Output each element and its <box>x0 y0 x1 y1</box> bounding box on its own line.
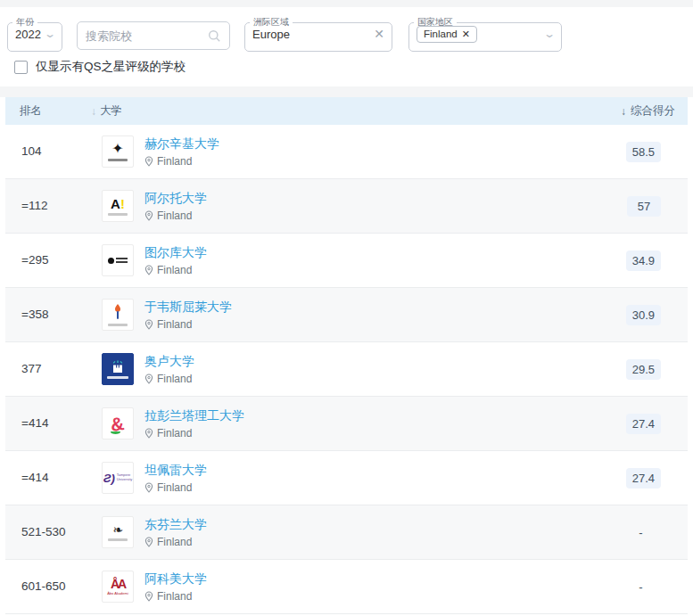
university-of-oulu-logo <box>102 353 134 385</box>
university-link[interactable]: 东芬兰大学 <box>144 517 207 533</box>
country-text: Finland <box>157 427 192 439</box>
university-link[interactable]: 阿科美大学 <box>144 571 207 587</box>
region-label: 洲际区域 <box>250 18 293 27</box>
ranking-table: 排名 ↓ 大学 ↓ 综合得分 104✦赫尔辛基大学Finland58.5=112… <box>5 97 688 616</box>
location-pin-icon <box>144 537 153 547</box>
university-cell: 奥卢大学Finland <box>144 354 194 385</box>
location: Finland <box>144 427 244 439</box>
tampere-emblem: Ƨ)TampereUniversity <box>103 472 133 484</box>
country-text: Finland <box>157 481 192 494</box>
search-icon <box>208 29 221 43</box>
university-cell: 赫尔辛基大学Finland <box>144 136 219 168</box>
qs-star-checkbox[interactable] <box>14 61 28 74</box>
location-pin-icon <box>144 374 153 384</box>
score-badge: 27.4 <box>626 414 661 434</box>
school-search <box>77 21 230 50</box>
location: Finland <box>144 373 194 385</box>
remove-country-icon[interactable]: ✕ <box>462 29 470 40</box>
score-cell: 58.5 <box>626 142 688 162</box>
rank-cell: 601-650 <box>5 578 102 595</box>
search-input[interactable] <box>86 29 208 43</box>
header-score[interactable]: ↓ 综合得分 <box>621 103 688 119</box>
score-cell: - <box>627 577 688 597</box>
university-cell: 阿科美大学Finland <box>144 571 207 603</box>
table-row: =112A!阿尔托大学Finland57 <box>5 179 688 234</box>
clear-region-icon[interactable]: ✕ <box>374 28 384 40</box>
score-badge: 58.5 <box>626 142 661 162</box>
helsinki-emblem: ✦ <box>111 142 123 156</box>
score-badge: 57 <box>627 196 661 217</box>
country-text: Finland <box>157 264 192 276</box>
year-value: 2022 <box>15 28 45 41</box>
rank-cell: 377 <box>5 360 102 378</box>
university-link[interactable]: 拉彭兰塔理工大学 <box>144 408 244 424</box>
chevron-down-icon: ⌄ <box>543 29 556 39</box>
location: Finland <box>144 481 207 494</box>
university-link[interactable]: 坦佩雷大学 <box>144 463 207 479</box>
score-badge: 27.4 <box>626 468 661 489</box>
chevron-down-icon: ⌄ <box>44 29 56 39</box>
university-cell: 坦佩雷大学Finland <box>144 463 207 494</box>
filter-bar: 年份 2022 ⌄ 洲际区域 Europe ✕ 国家地区 F <box>0 7 693 86</box>
aalto-university-logo: A! <box>102 190 134 222</box>
table-row: =414Ƨ)TampereUniversity坦佩雷大学Finland27.4 <box>5 451 688 505</box>
country-select[interactable]: 国家地区 Finland ✕ ⌄ <box>408 18 562 52</box>
sort-down-icon: ↓ <box>91 105 96 118</box>
qs-star-checkbox-label: 仅显示有QS之星评级的学校 <box>36 59 186 75</box>
university-link[interactable]: 阿尔托大学 <box>144 191 207 207</box>
table-row: 521-530❧东芬兰大学Finland- <box>5 505 688 560</box>
university-cell: 阿尔托大学Finland <box>144 191 207 222</box>
location: Finland <box>144 264 207 276</box>
university-link[interactable]: 图尔库大学 <box>144 245 207 261</box>
location: Finland <box>144 318 232 331</box>
university-of-helsinki-logo: ✦ <box>102 136 134 168</box>
country-text: Finland <box>157 373 192 385</box>
score-cell: 34.9 <box>626 251 688 271</box>
region-select[interactable]: 洲际区域 Europe ✕ <box>244 18 392 52</box>
table-row: 601-650ÅAÅbo Akademi阿科美大学Finland- <box>5 560 688 614</box>
header-university[interactable]: ↓ 大学 <box>91 103 122 119</box>
rank-cell: =295 <box>5 251 102 269</box>
location-pin-icon <box>144 428 153 439</box>
country-text: Finland <box>157 590 192 603</box>
score-cell: - <box>627 522 688 543</box>
table-body: 104✦赫尔辛基大学Finland58.5=112A!阿尔托大学Finland5… <box>5 125 688 614</box>
location-pin-icon <box>144 319 153 330</box>
rank-cell: =414 <box>5 469 102 487</box>
university-link[interactable]: 于韦斯屈莱大学 <box>144 300 232 316</box>
location-pin-icon <box>144 156 153 167</box>
rank-cell: =112 <box>5 197 102 215</box>
location-pin-icon <box>144 265 153 275</box>
location-pin-icon <box>144 482 153 493</box>
university-cell: 拉彭兰塔理工大学Finland <box>144 408 244 439</box>
rank-cell: 521-530 <box>5 523 102 541</box>
score-cell: 30.9 <box>626 305 688 325</box>
country-text: Finland <box>157 318 192 331</box>
year-select[interactable]: 年份 2022 ⌄ <box>7 18 62 52</box>
abo-akademi-university-logo: ÅAÅbo Akademi <box>102 571 134 603</box>
table-row: =358于韦斯屈莱大学Finland30.9 <box>5 288 688 342</box>
lut-university-logo: & <box>102 407 134 439</box>
abo-akademi-emblem: ÅA <box>111 578 125 590</box>
qs-ranking-page: 年份 2022 ⌄ 洲际区域 Europe ✕ 国家地区 F <box>0 0 693 616</box>
table-row: 377奥卢大学Finland29.5 <box>5 342 688 397</box>
jyvaskyla-torch <box>112 304 123 321</box>
table-row: =295图尔库大学Finland34.9 <box>5 234 688 288</box>
region-value: Europe <box>252 28 374 41</box>
sort-down-icon: ↓ <box>621 105 626 118</box>
country-text: Finland <box>157 536 192 548</box>
turku-emblem <box>108 258 128 264</box>
university-of-jyvaskyla-logo <box>102 299 134 331</box>
country-chip-text: Finland <box>424 29 458 39</box>
score-badge: - <box>627 522 661 543</box>
qs-star-filter: 仅显示有QS之星评级的学校 <box>14 59 186 75</box>
score-badge: 30.9 <box>626 305 661 325</box>
university-cell: 东芬兰大学Finland <box>144 517 207 548</box>
university-link[interactable]: 赫尔辛基大学 <box>144 136 219 152</box>
table-header: 排名 ↓ 大学 ↓ 综合得分 <box>5 97 688 125</box>
table-row: 104✦赫尔辛基大学Finland58.5 <box>5 125 688 179</box>
rank-cell: =414 <box>5 415 102 432</box>
university-link[interactable]: 奥卢大学 <box>144 354 194 370</box>
aalto-emblem: A! <box>111 197 125 210</box>
score-badge: - <box>627 577 661 597</box>
